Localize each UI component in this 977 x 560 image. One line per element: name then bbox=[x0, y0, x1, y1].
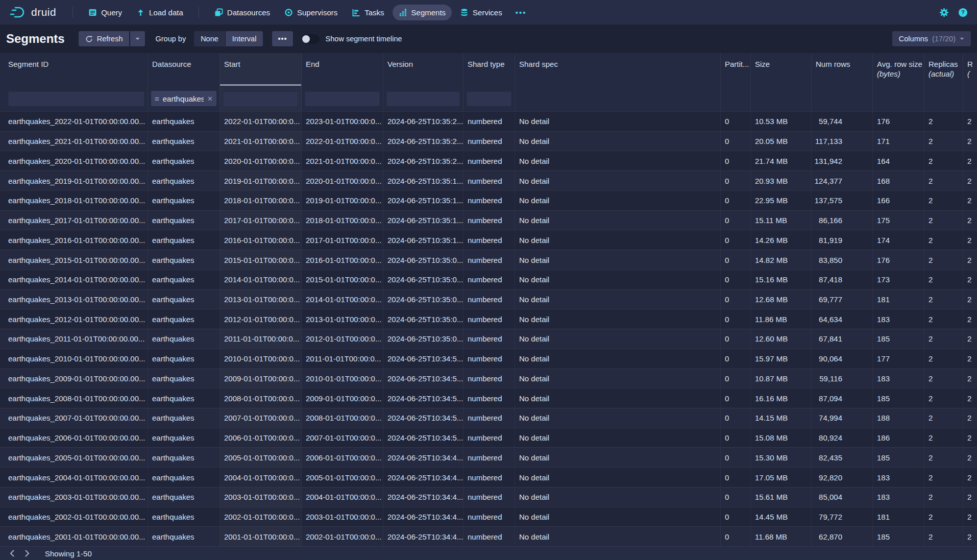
cell-size: 17.05 MB bbox=[751, 468, 812, 487]
settings-gear-icon[interactable] bbox=[939, 8, 949, 17]
druid-logo[interactable]: druid bbox=[9, 4, 56, 20]
table-row[interactable]: earthquakes_2001-01-01T00:00:00.00...ear… bbox=[0, 526, 977, 546]
table-row[interactable]: earthquakes_2019-01-01T00:00:00.00...ear… bbox=[0, 171, 977, 190]
cell-start: 2022-01-01T00:00:0... bbox=[220, 112, 302, 131]
cell-num_rows: 85,004 bbox=[812, 488, 873, 507]
cell-replicas: 2 bbox=[924, 408, 963, 428]
table-row[interactable]: earthquakes_2021-01-01T00:00:00.00...ear… bbox=[0, 131, 977, 151]
table-row[interactable]: earthquakes_2012-01-01T00:00:00.00...ear… bbox=[0, 309, 977, 329]
column-header-version[interactable]: Version bbox=[383, 53, 463, 86]
filter-input-version[interactable] bbox=[386, 91, 460, 106]
cell-replication: 2 bbox=[963, 270, 977, 289]
table-row[interactable]: earthquakes_2010-01-01T00:00:00.00...ear… bbox=[0, 349, 977, 369]
remove-filter-icon[interactable]: ✕ bbox=[207, 95, 213, 103]
cell-size: 22.95 MB bbox=[751, 191, 812, 210]
table-row[interactable]: earthquakes_2020-01-01T00:00:00.00...ear… bbox=[0, 151, 977, 171]
nav-item-segments[interactable]: Segments bbox=[393, 5, 452, 20]
cell-replication: 2 bbox=[963, 388, 977, 408]
cell-end: 2007-01-01T00:00:0... bbox=[302, 428, 383, 448]
column-header-start[interactable]: Start bbox=[220, 53, 302, 86]
filter-input-shard_type[interactable] bbox=[467, 91, 511, 106]
table-row[interactable]: earthquakes_2007-01-01T00:00:00.00...ear… bbox=[0, 408, 977, 428]
cell-start: 2005-01-01T00:00:0... bbox=[220, 448, 302, 467]
cell-num_rows: 79,772 bbox=[812, 507, 873, 527]
cell-replication: 2 bbox=[963, 507, 977, 527]
cell-datasource: earthquakes bbox=[148, 191, 220, 210]
cell-shard_spec: No detail bbox=[515, 171, 721, 190]
cell-datasource: earthquakes bbox=[148, 230, 220, 250]
column-header-partition[interactable]: Partit... bbox=[721, 53, 751, 86]
column-header-avg_row_size[interactable]: Avg. row size(bytes) bbox=[873, 53, 924, 86]
refresh-options-caret[interactable] bbox=[130, 31, 145, 46]
table-row[interactable]: earthquakes_2011-01-01T00:00:00.00...ear… bbox=[0, 329, 977, 349]
column-header-shard_spec[interactable]: Shard spec bbox=[515, 53, 721, 86]
filter-input-end[interactable] bbox=[305, 91, 380, 106]
filter-input-segment_id[interactable] bbox=[8, 91, 144, 106]
cell-num_rows: 69,777 bbox=[812, 290, 873, 309]
group-by-interval-button[interactable]: Interval bbox=[226, 31, 263, 46]
column-header-replication[interactable]: R( bbox=[963, 53, 977, 86]
columns-button[interactable]: Columns (17/20) bbox=[892, 31, 971, 46]
cell-start: 2019-01-01T00:00:0... bbox=[220, 171, 302, 190]
nav-more-button[interactable]: ••• bbox=[510, 5, 532, 20]
cell-replication: 2 bbox=[963, 408, 977, 428]
nav-item-query[interactable]: Query bbox=[82, 5, 128, 20]
table-row[interactable]: earthquakes_2002-01-01T00:00:00.00...ear… bbox=[0, 507, 977, 527]
cell-size: 11.86 MB bbox=[751, 309, 812, 329]
column-header-size[interactable]: Size bbox=[751, 53, 812, 86]
table-row[interactable]: earthquakes_2008-01-01T00:00:00.00...ear… bbox=[0, 388, 977, 408]
table-row[interactable]: earthquakes_2003-01-01T00:00:00.00...ear… bbox=[0, 487, 977, 507]
nav-divider bbox=[72, 7, 73, 18]
column-header-datasource[interactable]: Datasource bbox=[148, 53, 220, 86]
cell-size: 20.93 MB bbox=[751, 171, 812, 190]
segment-timeline-label: Show segment timeline bbox=[326, 35, 402, 43]
group-by-none-button[interactable]: None bbox=[194, 31, 225, 46]
segment-timeline-toggle[interactable] bbox=[301, 34, 320, 44]
table-row[interactable]: earthquakes_2014-01-01T00:00:00.00...ear… bbox=[0, 270, 977, 289]
table-row[interactable]: earthquakes_2018-01-01T00:00:00.00...ear… bbox=[0, 190, 977, 210]
filter-input-start[interactable] bbox=[223, 91, 298, 106]
table-row[interactable]: earthquakes_2009-01-01T00:00:00.00...ear… bbox=[0, 369, 977, 388]
table-row[interactable]: earthquakes_2016-01-01T00:00:00.00...ear… bbox=[0, 230, 977, 250]
table-row[interactable]: earthquakes_2006-01-01T00:00:00.00...ear… bbox=[0, 428, 977, 448]
refresh-button[interactable]: Refresh bbox=[79, 31, 130, 46]
column-header-replicas[interactable]: Replicas(actual) bbox=[924, 53, 963, 86]
cell-version: 2024-06-25T10:34:5... bbox=[383, 388, 463, 408]
column-header-shard_type[interactable]: Shard type bbox=[463, 53, 515, 86]
cell-shard_type: numbered bbox=[463, 132, 515, 151]
next-page-button[interactable] bbox=[19, 547, 35, 559]
cell-shard_spec: No detail bbox=[515, 488, 721, 507]
previous-page-button[interactable] bbox=[4, 547, 19, 559]
nav-item-datasources[interactable]: Datasources bbox=[208, 5, 276, 20]
cell-replicas: 2 bbox=[924, 329, 963, 349]
table-row[interactable]: earthquakes_2004-01-01T00:00:00.00...ear… bbox=[0, 467, 977, 487]
cell-datasource: earthquakes bbox=[148, 270, 220, 289]
table-body: earthquakes_2022-01-01T00:00:00.00...ear… bbox=[0, 111, 977, 546]
cell-avg_row_size: 185 bbox=[873, 388, 924, 408]
cell-replication: 2 bbox=[963, 428, 977, 448]
cell-end: 2019-01-01T00:00:0... bbox=[302, 191, 383, 210]
segments-table: Segment IDDatasourceStartEndVersionShard… bbox=[0, 53, 977, 546]
cell-start: 2015-01-01T00:00:0... bbox=[220, 250, 302, 270]
column-header-segment_id[interactable]: Segment ID bbox=[0, 53, 148, 86]
cell-shard_type: numbered bbox=[463, 527, 515, 546]
table-row[interactable]: earthquakes_2013-01-01T00:00:00.00...ear… bbox=[0, 289, 977, 309]
column-header-end[interactable]: End bbox=[302, 53, 383, 86]
help-icon[interactable]: ? bbox=[958, 8, 968, 17]
table-row[interactable]: earthquakes_2015-01-01T00:00:00.00...ear… bbox=[0, 250, 977, 270]
nav-item-supervisors[interactable]: Supervisors bbox=[278, 5, 344, 20]
column-header-num_rows[interactable]: Num rows bbox=[812, 53, 873, 86]
table-row[interactable]: earthquakes_2022-01-01T00:00:00.00...ear… bbox=[0, 111, 977, 131]
datasource-filter-chip[interactable]: =earthquakes✕ bbox=[151, 91, 216, 106]
table-row[interactable]: earthquakes_2017-01-01T00:00:00.00...ear… bbox=[0, 210, 977, 230]
nav-item-load-data[interactable]: Load data bbox=[130, 5, 189, 20]
cell-replication: 2 bbox=[963, 191, 977, 210]
table-row[interactable]: earthquakes_2005-01-01T00:00:00.00...ear… bbox=[0, 447, 977, 467]
nav-item-tasks[interactable]: Tasks bbox=[346, 5, 390, 20]
cell-replication: 2 bbox=[963, 468, 977, 487]
cell-datasource: earthquakes bbox=[148, 468, 220, 487]
cell-replication: 2 bbox=[963, 211, 977, 230]
cell-shard_spec: No detail bbox=[515, 349, 721, 369]
nav-item-services[interactable]: Services bbox=[454, 5, 508, 20]
toolbar-more-button[interactable]: ••• bbox=[272, 31, 292, 46]
